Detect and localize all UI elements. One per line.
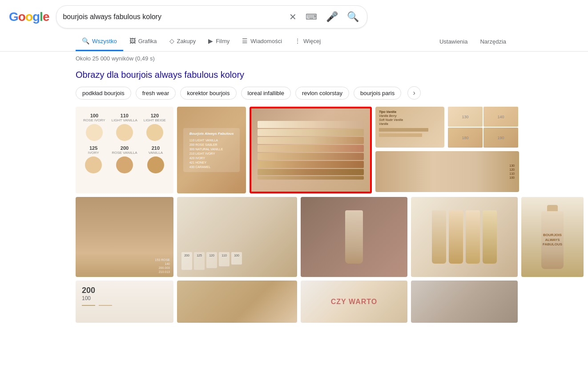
image-row-1: 100 ROSE IVORY 110 LIGHT VANILLA 120 LIG… [76, 107, 512, 193]
image-row-2: 153 ROSE 140 200.003 210.013 200 125 120… [76, 197, 512, 277]
nav-label-filmy: Filmy [216, 38, 230, 44]
results-count: Około 25 000 wyników (0,49 s) [76, 55, 155, 62]
nav-item-zakupy[interactable]: ◇ Zakupy [163, 32, 202, 51]
image-tile-person-bottle[interactable] [301, 197, 407, 277]
logo-o1: o [18, 10, 25, 24]
filter-chip-freshwear[interactable]: fresh wear [136, 87, 176, 100]
nav-item-grafika[interactable]: 🖼 Grafika [123, 32, 163, 51]
image-tile-mini-1[interactable]: 130 [448, 107, 483, 127]
images-heading-text: Obrazy dla bourjois always fabulous kolo… [76, 70, 244, 80]
clear-icon: ✕ [289, 12, 297, 22]
image-tile-neck-closeup[interactable]: 130 120 110 100 [375, 151, 519, 192]
image-tile-color-chart[interactable]: 100 ROSE IVORY 110 LIGHT VANILLA 120 LIG… [76, 107, 173, 193]
image-tile-swatch-list[interactable]: Bourjois Always Fabulous 110 LIGHT VANIL… [177, 107, 246, 193]
logo-g2: g [32, 10, 40, 24]
keyboard-button[interactable]: ⌨ [304, 10, 319, 24]
nav-label-wszystko: Wszystko [92, 38, 117, 44]
image-tile-mini-4[interactable]: 190 [483, 128, 518, 148]
search-icon: 🔍 [347, 11, 359, 23]
nav-label-wiadomosci: Wiadomości [250, 38, 282, 44]
filter-chip-bourjois-paris[interactable]: bourjois paris [354, 87, 401, 100]
image-tile-bottles-grid[interactable] [411, 197, 518, 277]
mic-icon: 🎤 [326, 11, 338, 23]
nav-label-grafika: Grafika [138, 38, 157, 44]
image-tile-makeup-partial[interactable] [411, 281, 518, 323]
shopping-nav-icon: ◇ [169, 37, 174, 44]
filter-chip-korektor[interactable]: korektor bourjois [180, 87, 236, 100]
image-tile-mini-3[interactable]: 180 [448, 128, 483, 148]
chevron-right-icon: › [413, 89, 415, 97]
header: Google bourjois always fabulous kolory ✕… [0, 0, 588, 32]
search-icons: ✕ ⌨ 🎤 🔍 [287, 9, 361, 24]
filter-chip-revlon[interactable]: revlon colorstay [295, 87, 349, 100]
google-logo[interactable]: Google [9, 10, 49, 24]
results-info: Około 25 000 wyników (0,49 s) [0, 52, 588, 65]
mic-button[interactable]: 🎤 [324, 9, 340, 24]
tile-group-mini: 130 140 180 190 [448, 107, 519, 148]
logo-e: e [43, 10, 49, 24]
news-nav-icon: ☰ [242, 37, 248, 44]
image-tile-swatch-hand-partial[interactable] [177, 281, 297, 323]
search-nav-icon: 🔍 [82, 37, 89, 44]
nav-item-wszystko[interactable]: 🔍 Wszystko [76, 32, 123, 51]
image-tile-num-partial[interactable]: 200 100 [76, 281, 173, 323]
nav-item-wiadomosci[interactable]: ☰ Wiadomości [236, 32, 288, 51]
image-tile-arm-swatches-highlighted[interactable] [250, 107, 372, 193]
search-bar: bourjois always fabulous kolory ✕ ⌨ 🎤 🔍 [56, 5, 367, 28]
logo-l: l [40, 10, 43, 24]
image-tile-text-list[interactable]: Tipo Vanilia Vanilla Berry Soft Nude Van… [375, 107, 444, 148]
nav-right: Ustawienia Narzędzia [433, 33, 512, 50]
clear-button[interactable]: ✕ [287, 10, 298, 24]
nav-settings[interactable]: Ustawienia [433, 33, 474, 50]
image-tile-big-bottle[interactable]: BOURJOISALWAYSFABULOUS [521, 197, 584, 277]
nav-bar: 🔍 Wszystko 🖼 Grafika ◇ Zakupy ▶ Filmy ☰ … [0, 32, 588, 52]
tile-subgroup-top: Tipo Vanilia Vanilla Berry Soft Nude Van… [375, 107, 519, 148]
more-nav-icon: ⋮ [294, 37, 301, 44]
search-button[interactable]: 🔍 [345, 9, 361, 24]
tile-group-right-top: Tipo Vanilia Vanilla Berry Soft Nude Van… [375, 107, 519, 193]
czy-warto-text: CZY WARTO [331, 298, 377, 306]
filter-chip-podklad[interactable]: podkład bourjois [76, 87, 131, 100]
nav-label-wiecej: Więcej [303, 38, 321, 44]
image-nav-icon: 🖼 [129, 37, 136, 44]
nav-tools[interactable]: Narzędzia [474, 33, 512, 50]
image-tile-hand-swatches[interactable]: 200 125 120 110 100 [177, 197, 297, 277]
image-grid: 100 ROSE IVORY 110 LIGHT VANILLA 120 LIG… [0, 103, 588, 326]
nav-label-zakupy: Zakupy [177, 38, 196, 44]
image-tile-mini-2[interactable]: 140 [483, 107, 518, 127]
logo-o2: o [25, 10, 32, 24]
image-tile-arm-swipe[interactable]: 153 ROSE 140 200.003 210.013 [76, 197, 173, 277]
filter-row: podkład bourjois fresh wear korektor bou… [0, 83, 588, 103]
nav-item-wiecej[interactable]: ⋮ Więcej [288, 32, 327, 51]
images-heading[interactable]: Obrazy dla bourjois always fabulous kolo… [0, 65, 588, 83]
filter-chip-loreal[interactable]: loreal infallible [241, 87, 291, 100]
nav-item-filmy[interactable]: ▶ Filmy [202, 32, 236, 51]
image-tile-czy-warto[interactable]: CZY WARTO [301, 281, 407, 323]
keyboard-icon: ⌨ [306, 12, 317, 22]
logo-g: G [9, 10, 18, 24]
video-nav-icon: ▶ [208, 37, 213, 44]
image-row-3: 200 100 CZY WARTO [76, 281, 512, 323]
filter-next-arrow[interactable]: › [407, 86, 421, 100]
search-input[interactable]: bourjois always fabulous kolory [63, 13, 287, 21]
